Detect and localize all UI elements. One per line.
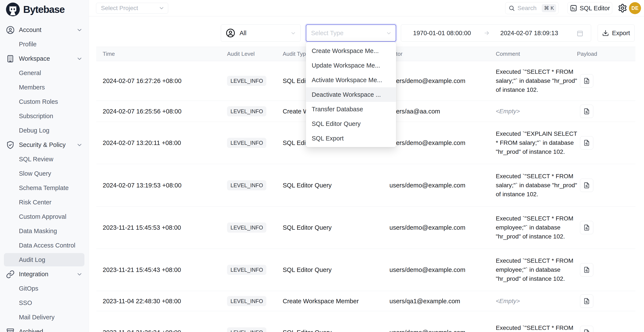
sidebar-item-gitops[interactable]: GitOps [0, 281, 89, 296]
file-search-icon [584, 224, 590, 231]
sidebar-item-custom-approval[interactable]: Custom Approval [0, 209, 89, 224]
user-avatar[interactable]: DE [629, 2, 641, 14]
cell-time: 2023-11-21 15:45:53 +08:00 [103, 224, 181, 231]
sidebar-group-archived[interactable]: Archived [0, 325, 89, 332]
sql-editor-button[interactable]: SQL Editor [568, 2, 612, 14]
cell-audit-level: LEVEL_INFO [227, 138, 266, 148]
export-button[interactable]: Export [598, 24, 634, 42]
bytebase-app: Bytebase AccountProfile WorkspaceGeneral… [0, 0, 644, 332]
sidebar-item-debug-log[interactable]: Debug Log [0, 123, 89, 138]
sidebar: Bytebase AccountProfile WorkspaceGeneral… [0, 0, 89, 332]
audit-level-badge: LEVEL_INFO [227, 296, 266, 306]
cell-audit-type: Create Workspace Member [283, 298, 359, 305]
building-icon [6, 54, 14, 63]
cell-time: 2024-02-07 16:27:26 +08:00 [103, 77, 182, 85]
project-select[interactable]: Select Project [96, 3, 168, 13]
date-from-value[interactable]: 1970-01-01 08:00:00 [413, 25, 471, 41]
table-row: 2023-11-04 22:48:30 +08:00 LEVEL_INFO Cr… [96, 291, 636, 311]
payload-view-button[interactable] [580, 295, 593, 308]
sidebar-item-general[interactable]: General [0, 66, 89, 80]
sql-editor-label: SQL Editor [580, 5, 610, 12]
settings-gear-icon[interactable] [618, 3, 627, 13]
column-header-comment: Comment [496, 47, 520, 61]
audit-level-badge: LEVEL_INFO [227, 223, 266, 233]
file-search-icon [584, 267, 590, 273]
sidebar-item-profile[interactable]: Profile [0, 37, 89, 51]
cell-audit-level: LEVEL_INFO [227, 327, 266, 332]
file-search-icon [584, 108, 590, 115]
column-header-audit-type: Audit Type [283, 47, 309, 61]
shield-check-icon [6, 141, 14, 149]
cell-time: 2024-02-07 13:19:53 +08:00 [103, 182, 182, 189]
topbar: Select Project Search ⌘ K SQL Editor DE [89, 0, 644, 16]
type-menu-option[interactable]: Transfer Database [306, 102, 396, 117]
sidebar-item-audit-log[interactable]: Audit Log [0, 253, 89, 267]
sidebar-group-security-policy[interactable]: Security & Policy [0, 138, 89, 152]
payload-view-button[interactable] [580, 105, 593, 118]
payload-view-button[interactable] [580, 179, 593, 192]
sidebar-item-mail-delivery[interactable]: Mail Delivery [0, 310, 89, 325]
sidebar-item-label: SQL Review [19, 152, 53, 166]
cell-actor: users/demo@example.com [390, 182, 465, 189]
sidebar-item-label: Custom Roles [19, 95, 58, 109]
payload-view-button[interactable] [580, 326, 593, 332]
sidebar-item-sql-review[interactable]: SQL Review [0, 152, 89, 166]
type-filter-placeholder: Select Type [311, 25, 344, 41]
column-header-audit-level: Audit Level [227, 47, 255, 61]
sidebar-item-label: Members [19, 80, 45, 95]
cell-comment: Executed `"EXPLAIN SELECT * FROM salary;… [496, 129, 578, 156]
bytebase-logo[interactable]: Bytebase [6, 2, 65, 16]
payload-view-button[interactable] [580, 221, 593, 234]
sidebar-group-integration[interactable]: Integration [0, 267, 89, 281]
cell-payload [580, 221, 593, 234]
sidebar-item-custom-roles[interactable]: Custom Roles [0, 95, 89, 109]
sidebar-item-label: Profile [19, 37, 36, 51]
type-menu-option[interactable]: SQL Editor Query [306, 117, 396, 131]
sidebar-group-account[interactable]: Account [0, 23, 89, 37]
calendar-icon[interactable] [576, 30, 584, 37]
sidebar-item-members[interactable]: Members [0, 80, 89, 95]
table-row: 2023-11-21 15:45:53 +08:00 LEVEL_INFO SQ… [96, 206, 636, 249]
cell-comment: Executed `"SELECT * FROM employee;"` in … [496, 256, 578, 283]
audit-level-badge: LEVEL_INFO [227, 180, 266, 190]
payload-view-button[interactable] [580, 263, 593, 276]
sidebar-item-subscription[interactable]: Subscription [0, 109, 89, 123]
cell-time: 2023-11-04 22:48:30 +08:00 [103, 298, 181, 305]
type-menu-option[interactable]: SQL Export [306, 131, 396, 146]
sidebar-item-slow-query[interactable]: Slow Query [0, 166, 89, 181]
type-menu-option[interactable]: Deactivate Workspace ... [306, 87, 396, 102]
type-menu-option[interactable]: Activate Workspace Me... [306, 73, 396, 87]
sidebar-item-label: Schema Template [19, 181, 69, 195]
sidebar-item-label: Audit Log [19, 253, 45, 267]
audit-log-page: All Select Type 1970-01-01 08:00:00 2024… [89, 16, 644, 332]
cell-audit-level: LEVEL_INFO [227, 76, 266, 86]
bytebase-logo-icon [6, 2, 20, 16]
search-placeholder: Search [518, 5, 536, 11]
sidebar-item-label: Data Masking [19, 224, 57, 238]
sidebar-item-data-access-control[interactable]: Data Access Control [0, 238, 89, 253]
table-row: 2024-02-07 13:19:53 +08:00 LEVEL_INFO SQ… [96, 164, 636, 206]
cell-time: 2023-11-04 21:26:24 +08:00 [103, 329, 181, 332]
type-filter-select[interactable]: Select Type [306, 24, 396, 42]
date-range-picker[interactable]: 1970-01-01 08:00:00 2024-02-07 18:09:13 [401, 24, 591, 42]
cell-comment: Executed `"SELECT * FROM department;"` i… [496, 324, 578, 332]
search-input[interactable]: Search ⌘ K [505, 2, 558, 14]
type-menu-option[interactable]: Update Workspace Me... [306, 58, 396, 73]
payload-view-button[interactable] [580, 74, 593, 88]
sidebar-item-sso[interactable]: SSO [0, 296, 89, 310]
cell-payload [580, 74, 593, 88]
type-menu-option[interactable]: Create Workspace Me... [306, 43, 396, 58]
cell-payload [580, 295, 593, 308]
cell-audit-type: SQL Editor Query [283, 329, 332, 332]
sidebar-item-data-masking[interactable]: Data Masking [0, 224, 89, 238]
payload-view-button[interactable] [580, 136, 593, 150]
sidebar-item-risk-center[interactable]: Risk Center [0, 195, 89, 209]
sidebar-group-workspace[interactable]: Workspace [0, 51, 89, 66]
actor-filter-select[interactable]: All [221, 24, 301, 42]
search-icon [508, 5, 515, 11]
cell-comment: <Empty> [496, 297, 578, 306]
sidebar-group-label: Archived [19, 325, 43, 332]
date-to-value[interactable]: 2024-02-07 18:09:13 [500, 25, 558, 41]
sidebar-item-schema-template[interactable]: Schema Template [0, 181, 89, 195]
cell-audit-level: LEVEL_INFO [227, 296, 266, 306]
